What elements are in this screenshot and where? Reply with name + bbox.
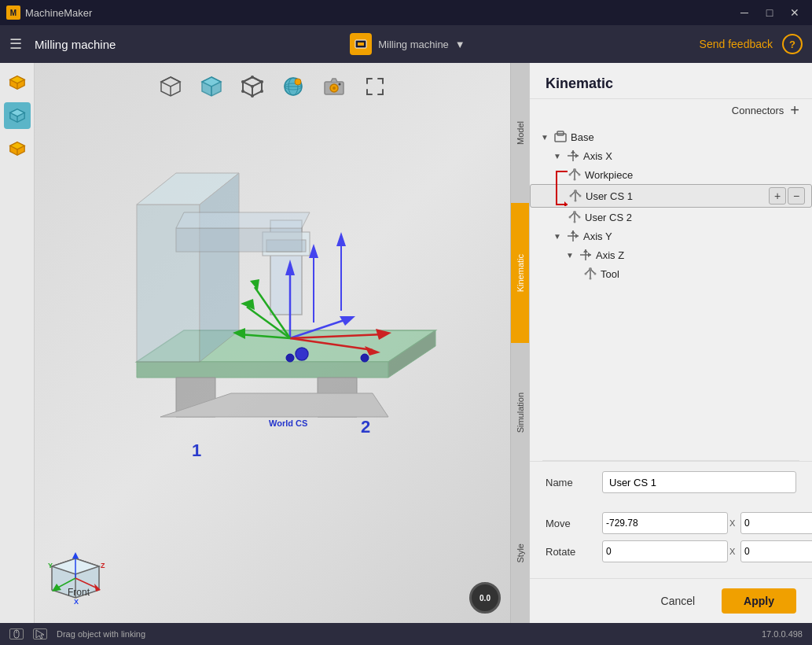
tool-connector-icon — [583, 267, 597, 281]
svg-line-60 — [255, 287, 290, 338]
properties-section: Name Move X Y — [530, 461, 812, 578]
yellow-cube-tool-2[interactable] — [4, 135, 31, 162]
camera-icon[interactable] — [320, 72, 348, 101]
close-button[interactable]: ✕ — [784, 3, 806, 22]
move-label: Move — [546, 518, 593, 529]
svg-point-31 — [295, 79, 301, 85]
svg-marker-65 — [309, 244, 318, 258]
tab-model[interactable]: Model — [511, 63, 529, 203]
send-feedback-button[interactable]: Send feedback — [700, 38, 773, 50]
svg-marker-53 — [340, 316, 355, 326]
tree-node-tool[interactable]: Tool — [530, 264, 812, 283]
base-label: Base — [571, 131, 594, 143]
add-child-button[interactable]: + — [769, 187, 786, 205]
tab-style-label: Style — [516, 544, 525, 562]
left-toolbar — [0, 63, 35, 623]
tab-kinematic[interactable]: Kinematic — [511, 203, 529, 343]
move-x-field: X — [602, 512, 737, 534]
axis-z-label: Axis Z — [596, 249, 624, 261]
tab-model-label: Model — [516, 121, 525, 145]
svg-point-34 — [333, 87, 336, 90]
svg-point-35 — [338, 83, 340, 86]
svg-marker-63 — [233, 328, 245, 339]
svg-point-109 — [579, 216, 581, 219]
rotate-x-input[interactable] — [602, 540, 728, 562]
svg-line-52 — [290, 319, 349, 338]
panel-title: Kinematic — [546, 76, 613, 91]
tab-style[interactable]: Style — [511, 483, 529, 623]
tree-node-base[interactable]: ▼ Base — [530, 127, 812, 146]
3d-viewport[interactable]: World CS 1 2 Z Y X — [35, 63, 510, 623]
move-y-input[interactable] — [740, 512, 812, 534]
rotate-y-input[interactable] — [740, 540, 812, 562]
move-row: Move X Y Z — [546, 512, 796, 534]
svg-point-100 — [574, 190, 577, 193]
wireframe-cube-icon[interactable] — [156, 72, 185, 101]
rotate-y-field: Y — [740, 540, 812, 562]
svg-point-70 — [361, 354, 369, 362]
machine-name: Milling machine — [378, 39, 449, 50]
svg-marker-36 — [137, 330, 435, 362]
svg-marker-44 — [200, 173, 239, 362]
right-panel: Kinematic Connectors + ▼ Base ▼ — [529, 63, 812, 623]
coordinate-indicator: Z Y X Front — [44, 551, 123, 614]
svg-text:X: X — [74, 598, 79, 606]
globe-icon[interactable] — [279, 72, 307, 101]
panel-header: Kinematic — [530, 63, 812, 99]
svg-marker-128 — [36, 630, 44, 639]
teal-cube-view-icon[interactable] — [197, 72, 226, 101]
machine-selector[interactable]: Milling machine ▼ — [350, 33, 465, 55]
rotate-inputs: X Y Z — [602, 540, 812, 562]
teal-cube-tool[interactable] — [4, 102, 31, 129]
svg-point-124 — [594, 273, 597, 275]
svg-point-23 — [251, 94, 254, 98]
svg-marker-114 — [575, 234, 579, 238]
outline-cube-icon[interactable] — [238, 72, 266, 101]
menu-button[interactable]: ☰ — [9, 35, 22, 53]
tree-node-user-cs-2[interactable]: User CS 2 — [530, 208, 812, 227]
base-toggle[interactable]: ▼ — [539, 131, 550, 142]
remove-button[interactable]: − — [788, 187, 805, 205]
svg-text:Z: Z — [101, 562, 105, 569]
scene-label-1: 1 — [192, 440, 201, 461]
connectors-label: Connectors — [732, 105, 784, 116]
svg-marker-61 — [250, 279, 259, 290]
tree-node-axis-x[interactable]: ▼ Axis X — [530, 146, 812, 165]
cancel-button[interactable]: Cancel — [644, 588, 713, 614]
help-button[interactable]: ? — [782, 34, 803, 54]
axis-x-label: Axis X — [583, 150, 612, 162]
fullscreen-icon[interactable] — [361, 72, 389, 101]
dropdown-arrow-icon[interactable]: ▼ — [455, 39, 465, 50]
base-box-icon — [553, 130, 568, 144]
svg-marker-38 — [388, 330, 435, 378]
kinematic-tree: ▼ Base ▼ Axis X — [530, 121, 812, 460]
apply-button[interactable]: Apply — [722, 588, 796, 614]
yellow-cube-tool-1[interactable] — [4, 69, 31, 96]
svg-point-107 — [573, 211, 576, 214]
svg-marker-59 — [241, 299, 255, 310]
connectors-add-button[interactable]: + — [790, 102, 799, 118]
axis-z-toggle[interactable]: ▼ — [564, 249, 575, 260]
minimize-button[interactable]: ─ — [733, 3, 755, 22]
svg-point-94 — [579, 174, 581, 176]
tree-node-axis-z[interactable]: ▼ Axis Z — [530, 245, 812, 264]
svg-point-24 — [241, 90, 244, 93]
appbar: ☰ Milling machine Milling machine ▼ Send… — [0, 25, 812, 63]
tree-node-axis-y[interactable]: ▼ Axis Y — [530, 227, 812, 245]
name-input[interactable] — [602, 471, 796, 493]
move-x-input[interactable] — [602, 512, 728, 534]
axis-x-toggle[interactable]: ▼ — [552, 150, 563, 161]
tree-node-workpiece[interactable]: Workpiece — [530, 165, 812, 184]
camera-view-label: Front — [68, 587, 90, 598]
connectors-row: Connectors + — [530, 99, 812, 121]
rotate-x-axis: X — [729, 547, 737, 556]
machine-title: Milling machine — [35, 38, 116, 51]
tab-simulation[interactable]: Simulation — [511, 343, 529, 483]
svg-point-25 — [241, 80, 244, 83]
maximize-button[interactable]: □ — [759, 3, 781, 22]
tree-node-user-cs-1[interactable]: User CS 1 + − — [530, 184, 812, 208]
axis-y-toggle[interactable]: ▼ — [552, 230, 563, 241]
workpiece-label: Workpiece — [585, 169, 633, 181]
move-y-field: Y — [740, 512, 812, 534]
svg-point-123 — [585, 273, 587, 275]
